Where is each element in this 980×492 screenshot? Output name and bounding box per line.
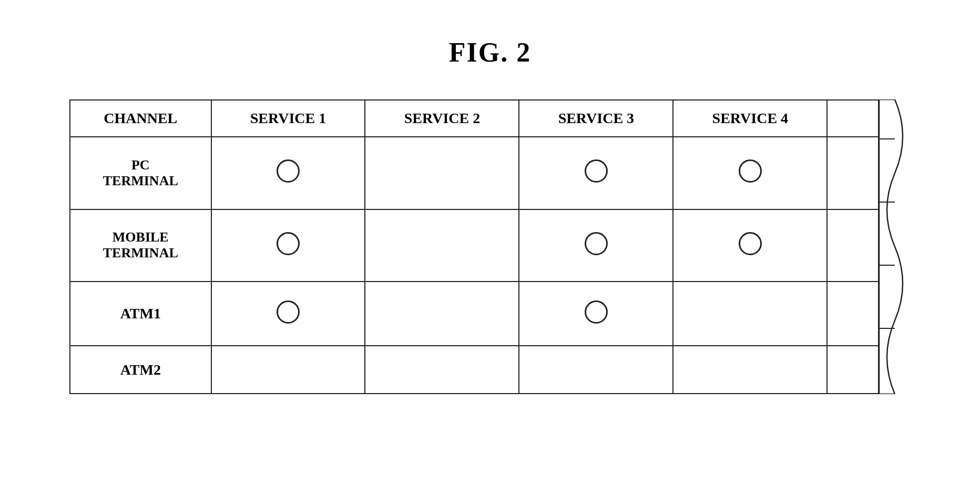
cell-mobile-s3 <box>519 209 673 282</box>
header-channel: CHANNEL <box>70 100 211 137</box>
header-extra <box>827 100 879 137</box>
figure-table-wrapper: CHANNEL SERVICE 1 SERVICE 2 SERVICE 3 SE… <box>69 99 911 394</box>
header-service2: SERVICE 2 <box>365 100 519 137</box>
cell-pc-extra <box>827 137 879 209</box>
circle-indicator <box>585 300 608 324</box>
table-header-row: CHANNEL SERVICE 1 SERVICE 2 SERVICE 3 SE… <box>70 100 879 137</box>
table-row: ATM1 <box>70 282 879 346</box>
cell-atm2-s3 <box>519 346 673 394</box>
cell-atm2-extra <box>827 346 879 394</box>
table-row: ATM2 <box>70 346 879 394</box>
circle-indicator <box>277 300 300 324</box>
cell-pc-s3 <box>519 137 673 209</box>
circle-indicator <box>277 232 300 255</box>
cell-atm2-s4 <box>673 346 827 394</box>
wavy-edge-decoration <box>879 99 911 394</box>
cell-mobile-s2 <box>365 209 519 282</box>
header-service3: SERVICE 3 <box>519 100 673 137</box>
channel-mobile-terminal: MOBILE TERMINAL <box>70 209 211 282</box>
table-row: PC TERMINAL <box>70 137 879 209</box>
header-service4: SERVICE 4 <box>673 100 827 137</box>
cell-atm1-s2 <box>365 282 519 346</box>
circle-indicator <box>585 159 608 183</box>
channel-atm2: ATM2 <box>70 346 211 394</box>
cell-atm1-extra <box>827 282 879 346</box>
cell-pc-s4 <box>673 137 827 209</box>
cell-mobile-s4 <box>673 209 827 282</box>
table-row: MOBILE TERMINAL <box>70 209 879 282</box>
circle-indicator <box>277 159 300 183</box>
cell-atm2-s2 <box>365 346 519 394</box>
circle-indicator <box>585 232 608 255</box>
cell-atm1-s4 <box>673 282 827 346</box>
cell-mobile-s1 <box>211 209 365 282</box>
channel-pc-terminal: PC TERMINAL <box>70 137 211 209</box>
circle-indicator <box>739 159 762 183</box>
service-table: CHANNEL SERVICE 1 SERVICE 2 SERVICE 3 SE… <box>69 99 879 394</box>
cell-pc-s2 <box>365 137 519 209</box>
figure-title: FIG. 2 <box>449 37 531 68</box>
cell-mobile-extra <box>827 209 879 282</box>
channel-atm1: ATM1 <box>70 282 211 346</box>
cell-pc-s1 <box>211 137 365 209</box>
cell-atm1-s3 <box>519 282 673 346</box>
circle-indicator <box>739 232 762 255</box>
cell-atm2-s1 <box>211 346 365 394</box>
header-service1: SERVICE 1 <box>211 100 365 137</box>
cell-atm1-s1 <box>211 282 365 346</box>
